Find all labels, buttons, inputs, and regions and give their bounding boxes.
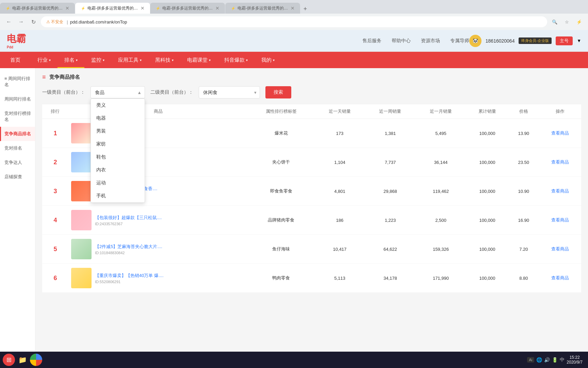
cell-week-1: 7,737 [365, 148, 415, 177]
tab-4[interactable]: ⚡ 电霸-拼多多运营最优秀的大数... ✕ [225, 3, 300, 14]
mine-arrow: ▾ [273, 58, 275, 62]
cell-price-5: 8.80 [508, 264, 539, 293]
dropdown-option-5[interactable]: 内衣 [91, 164, 145, 177]
theme-button[interactable]: 主号 [556, 36, 573, 45]
cell-price-0: 13.90 [508, 119, 539, 148]
cell-tag-0: 爆米花 [248, 119, 314, 148]
col-action: 操作 [539, 104, 581, 119]
dropdown-option-4[interactable]: 鞋包 [91, 151, 145, 164]
col-price: 价格 [508, 104, 539, 119]
reload-button[interactable]: ↻ [29, 17, 38, 27]
app-logo: 电霸 Pdd [7, 32, 26, 49]
sidebar-influencer[interactable]: 竞争达人 [0, 155, 35, 170]
cell-total-5: 100,000 [466, 264, 509, 293]
dropdown-option-0[interactable]: 类义 [91, 99, 145, 112]
taskbar-files[interactable]: 📁 [16, 354, 29, 366]
forward-button[interactable]: → [16, 17, 26, 27]
network-icon: 🌐 [536, 357, 542, 363]
nav-home[interactable]: 首页 [0, 52, 31, 68]
nav-rank[interactable]: 排名 ▾ [58, 52, 84, 68]
cell-total-2: 100,000 [466, 177, 509, 206]
header-dropdown-arrow[interactable]: ▼ [577, 38, 581, 43]
primary-category-select[interactable]: 食品 类义 电器 男装 家纺 鞋包 内衣 运动 手机 [91, 86, 145, 98]
product-id-5: ID:5520806291 [95, 280, 164, 284]
tab-1[interactable]: ⚡ 电霸-拼多多运营最优秀的大数... ✕ [0, 3, 75, 14]
dropdown-option-1[interactable]: 电器 [91, 112, 145, 125]
back-button[interactable]: ← [4, 17, 14, 27]
view-product-btn-1[interactable]: 查看商品 [551, 159, 569, 165]
extension-icon[interactable]: ⚡ [574, 17, 584, 27]
app-header: 电霸 Pdd 售后服务 帮助中心 资源市场 专属导师 🐼 18616020064… [0, 30, 588, 52]
cell-rank-5: 6 [42, 264, 68, 293]
tab-2-close[interactable]: ✕ [141, 5, 145, 11]
nav-mentor[interactable]: 专属导师 [450, 38, 469, 44]
industry-arrow: ▾ [49, 58, 51, 62]
cell-action-0[interactable]: 查看商品 [539, 119, 581, 148]
cell-action-5[interactable]: 查看商品 [539, 264, 581, 293]
nav-industry[interactable]: 行业 ▾ [31, 52, 58, 68]
nav-after-sale[interactable]: 售后服务 [362, 38, 381, 44]
tab-2[interactable]: ⚡ 电霸-拼多多运营最优秀的大数... ✕ [75, 3, 150, 14]
rank-header: ≡ 竞争商品排名 [42, 74, 581, 81]
nav-mine[interactable]: 我的 ▾ [255, 52, 281, 68]
view-product-btn-4[interactable]: 查看商品 [551, 246, 569, 251]
view-product-btn-2[interactable]: 查看商品 [551, 188, 569, 194]
cell-product-4: 【2件减5】芝麻海苔夹心脆大片.... ID:101848830842 [68, 235, 248, 264]
start-button[interactable]: ⊞ [3, 354, 15, 366]
sidebar-weekly-peer-rank-1[interactable]: ≡ 周间同行排名 [0, 72, 35, 92]
sidebar-store-check[interactable]: 店铺探查 [0, 170, 35, 184]
sidebar-competitor-rank[interactable]: 竞对排行榜排名 [0, 106, 35, 127]
ai-badge[interactable]: Ai [527, 357, 535, 363]
taskbar: ⊞ 📁 Ai 🌐 🔊 🔋 中 15:22 2020/9/7 [0, 352, 588, 368]
sidebar-rival-rank[interactable]: 竞对排名 [0, 141, 35, 155]
cell-action-3[interactable]: 查看商品 [539, 206, 581, 235]
product-img-0 [71, 123, 92, 143]
nav-tools[interactable]: 应用工具 ▾ [111, 52, 148, 68]
cell-action-2[interactable]: 查看商品 [539, 177, 581, 206]
view-product-btn-5[interactable]: 查看商品 [551, 275, 569, 280]
bookmark-icon[interactable]: ☆ [562, 17, 572, 27]
tab-3-close[interactable]: ✕ [215, 5, 219, 11]
search-button[interactable]: 搜索 [265, 86, 291, 98]
product-name-5[interactable]: 【重庆市爆卖】【热销40万单 爆.... [95, 273, 164, 279]
tab-2-favicon: ⚡ [81, 5, 85, 11]
col-week-sales: 近一周销量 [365, 104, 415, 119]
product-name-4[interactable]: 【2件减5】芝麻海苔夹心脆大片.... [95, 244, 162, 250]
search-icon[interactable]: 🔍 [550, 17, 559, 27]
sidebar-product-rank[interactable]: 竞争商品排名 [0, 127, 35, 141]
nav-resources[interactable]: 资源市场 [421, 38, 440, 44]
address-input[interactable]: ⚠ 不安全 | pdd.dianba6.com/rank/onTop [41, 16, 547, 27]
tab-2-title: 电霸-拼多多运营最优秀的大数... [87, 5, 138, 11]
table-row: 5 【2件减5】芝麻海苔夹心脆大片.... ID:101848830842 鱼仔… [42, 235, 581, 264]
tab-1-close[interactable]: ✕ [65, 5, 69, 11]
nav-help[interactable]: 帮助中心 [392, 38, 411, 44]
nav-course[interactable]: 电霸课堂 ▾ [180, 52, 217, 68]
battery-icon: 🔋 [552, 357, 558, 363]
tab-3[interactable]: ⚡ 电霸-拼多多运营最优秀的大数... ✕ [150, 3, 225, 14]
sidebar-label-3: 竞对排行榜排名 [4, 111, 31, 122]
cell-tag-1: 夹心饼干 [248, 148, 314, 177]
cell-action-4[interactable]: 查看商品 [539, 235, 581, 264]
sidebar-weekly-peer-rank-2[interactable]: 周间同行排名 [0, 92, 35, 106]
dropdown-option-3[interactable]: 家纺 [91, 138, 145, 151]
tab-4-close[interactable]: ✕ [291, 5, 295, 11]
new-tab-button[interactable]: + [300, 4, 310, 14]
dropdown-option-2[interactable]: 男装 [91, 125, 145, 138]
rank-arrow: ▾ [76, 58, 78, 62]
view-product-btn-0[interactable]: 查看商品 [551, 131, 569, 136]
cell-month-4: 159,326 [415, 235, 466, 264]
nav-monitor[interactable]: 监控 ▾ [84, 52, 111, 68]
nav-douyin[interactable]: 抖音爆款 ▾ [217, 52, 255, 68]
sidebar-icon-1: ≡ [4, 76, 7, 81]
nav-tech[interactable]: 黑科技 ▾ [148, 52, 180, 68]
dropdown-option-7[interactable]: 手机 [91, 189, 145, 202]
view-product-btn-3[interactable]: 查看商品 [551, 217, 569, 223]
cell-total-0: 100,000 [466, 119, 509, 148]
address-text: pdd.dianba6.com/rank/onTop [70, 19, 127, 25]
secondary-category-select[interactable]: 休闲食 [199, 86, 260, 98]
cell-day-0: 173 [314, 119, 365, 148]
taskbar-chrome[interactable] [30, 354, 42, 366]
cell-action-1[interactable]: 查看商品 [539, 148, 581, 177]
product-name-3[interactable]: 【包装很好】超爆款【三只松鼠.... [95, 215, 162, 221]
dropdown-option-6[interactable]: 运动 [91, 177, 145, 189]
